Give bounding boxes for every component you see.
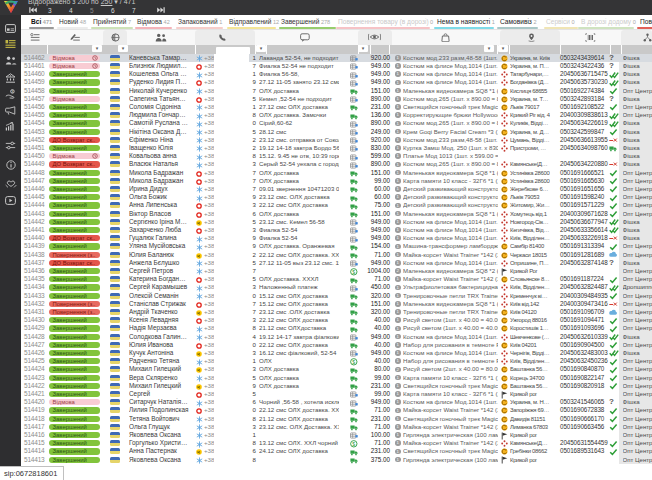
svg-text:$: $ [11,90,13,94]
svg-text:$: $ [352,359,355,365]
svg-text:$: $ [352,441,355,447]
svg-text:$: $ [352,269,355,275]
